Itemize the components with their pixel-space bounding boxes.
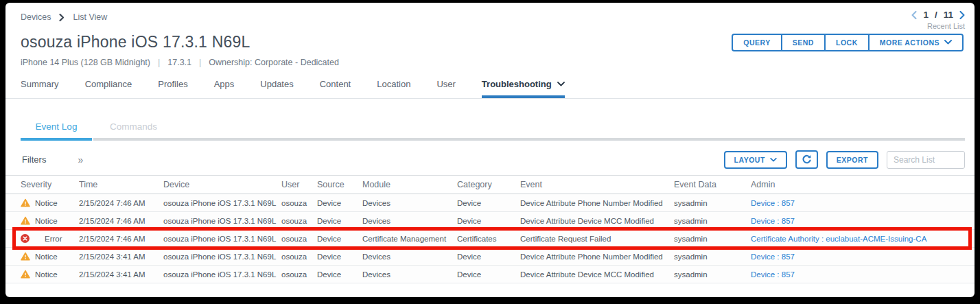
cell-device: osouza iPhone iOS 17.3.1 N69L [163, 270, 281, 279]
expand-filters-icon[interactable]: » [78, 154, 83, 165]
table-header-row: SeverityTimeDeviceUserSourceModuleCatego… [5, 175, 975, 194]
cell-user: osouza [281, 199, 317, 207]
admin-link[interactable]: Device : 857 [751, 199, 795, 207]
event-log-table: SeverityTimeDeviceUserSourceModuleCatego… [5, 175, 975, 283]
tab-label: Compliance [85, 79, 132, 89]
cell-category: Device [457, 253, 520, 261]
cell-event_data: sysadmin [674, 199, 751, 207]
query-button[interactable]: QUERY [732, 34, 782, 51]
send-button[interactable]: SEND [781, 34, 826, 51]
severity-label: Notice [35, 199, 58, 207]
cell-admin: Certificate Authority : euclabuat-ACME-I… [751, 235, 968, 243]
refresh-button[interactable] [795, 150, 818, 169]
export-button[interactable]: EXPORT [826, 151, 878, 169]
cell-time: 2/15/2024 3:41 AM [79, 253, 163, 261]
chevron-down-icon [770, 158, 777, 162]
device-os-version: 17.3.1 [167, 58, 191, 67]
filters-label: Filters [22, 154, 46, 165]
cell-time: 2/15/2024 3:41 AM [79, 270, 163, 279]
next-device-icon[interactable] [959, 11, 965, 19]
cell-source: Device [317, 235, 362, 243]
device-details-page: Devices List View 1 / 11 [5, 3, 975, 297]
severity-label: Notice [35, 253, 58, 261]
cell-severity: Notice [21, 198, 79, 207]
main-tabs: SummaryComplianceProfilesAppsUpdatesCont… [21, 79, 975, 98]
cell-device: osouza iPhone iOS 17.3.1 N69L [163, 199, 281, 207]
cell-severity: Error [21, 234, 79, 243]
admin-link[interactable]: Device : 857 [751, 270, 795, 279]
prev-device-icon[interactable] [911, 11, 917, 19]
admin-link[interactable]: Device : 857 [751, 217, 795, 225]
cell-module: Devices [362, 217, 457, 225]
severity-label: Notice [35, 270, 58, 279]
subtab-track [93, 138, 965, 141]
tab-label: Summary [21, 79, 59, 89]
cell-event_data: sysadmin [674, 253, 751, 261]
cell-module: Devices [362, 253, 457, 261]
lock-button[interactable]: LOCK [824, 34, 870, 51]
chevron-down-icon [557, 82, 565, 86]
table-row: Notice2/15/2024 3:41 AMosouza iPhone iOS… [5, 248, 975, 266]
admin-link[interactable]: Certificate Authority : euclabuat-ACME-I… [751, 235, 926, 243]
column-header-user: User [281, 180, 317, 189]
pagination-total: 11 [944, 10, 953, 20]
tab-label: User [436, 79, 455, 89]
search-input[interactable] [887, 151, 965, 169]
breadcrumb: Devices List View [21, 10, 107, 22]
tab-troubleshooting[interactable]: Troubleshooting [482, 79, 565, 98]
cell-category: Device [457, 199, 520, 207]
cell-category: Device [457, 217, 520, 225]
tab-compliance[interactable]: Compliance [85, 79, 132, 98]
cell-device: osouza iPhone iOS 17.3.1 N69L [163, 253, 281, 261]
warning-icon [21, 270, 30, 279]
cell-module: Devices [362, 270, 457, 279]
breadcrumb-list-view: List View [73, 12, 107, 22]
page-header: Devices List View 1 / 11 [5, 3, 975, 67]
chevron-down-icon [944, 40, 952, 45]
cell-admin: Device : 857 [751, 199, 968, 207]
cell-device: osouza iPhone iOS 17.3.1 N69L [163, 235, 281, 243]
column-header-module: Module [362, 180, 457, 189]
cell-user: osouza [281, 253, 317, 261]
tab-summary[interactable]: Summary [21, 79, 59, 98]
cell-severity: Notice [21, 270, 79, 279]
tab-updates[interactable]: Updates [260, 79, 293, 98]
column-header-admin: Admin [751, 180, 968, 189]
subtab-event-log[interactable]: Event Log [21, 121, 92, 141]
cell-event: Device Attribute Phone Number Modified [520, 199, 674, 207]
breadcrumb-devices[interactable]: Devices [21, 12, 51, 22]
table-row: Notice2/15/2024 7:46 AMosouza iPhone iOS… [5, 212, 975, 230]
column-header-device: Device [163, 180, 281, 189]
more-actions-button[interactable]: MORE ACTIONS [868, 34, 964, 51]
tab-apps[interactable]: Apps [214, 79, 235, 98]
main-tabs-bar: SummaryComplianceProfilesAppsUpdatesCont… [5, 79, 975, 99]
admin-link[interactable]: Device : 857 [751, 253, 795, 261]
warning-icon [21, 216, 30, 225]
table-row: Error2/15/2024 7:46 AMosouza iPhone iOS … [5, 230, 975, 248]
table-row: Notice2/15/2024 7:46 AMosouza iPhone iOS… [5, 194, 975, 212]
cell-severity: Notice [21, 252, 79, 261]
tab-location[interactable]: Location [377, 79, 410, 98]
pagination-current: 1 [923, 10, 929, 20]
cell-source: Device [317, 217, 362, 225]
warning-icon [21, 198, 30, 207]
warning-icon [21, 252, 30, 261]
tab-label: Troubleshooting [482, 79, 552, 89]
pagination-separator: / [935, 10, 937, 20]
device-action-buttons: QUERY SEND LOCK MORE ACTIONS [732, 34, 964, 51]
cell-severity: Notice [21, 216, 79, 225]
chevron-right-icon [59, 14, 65, 21]
cell-time: 2/15/2024 7:46 AM [79, 217, 163, 225]
tab-label: Location [377, 79, 410, 89]
table-body: Notice2/15/2024 7:46 AMosouza iPhone iOS… [5, 194, 975, 283]
layout-button[interactable]: LAYOUT [724, 151, 787, 169]
error-icon [21, 234, 30, 243]
tab-label: Content [320, 79, 351, 89]
cell-source: Device [317, 270, 362, 279]
cell-category: Device [457, 270, 520, 279]
tab-user[interactable]: User [436, 79, 455, 98]
recent-list-label[interactable]: Recent List [911, 22, 965, 30]
tab-content[interactable]: Content [320, 79, 351, 98]
column-header-event-data: Event Data [674, 180, 751, 189]
tab-profiles[interactable]: Profiles [158, 79, 187, 98]
